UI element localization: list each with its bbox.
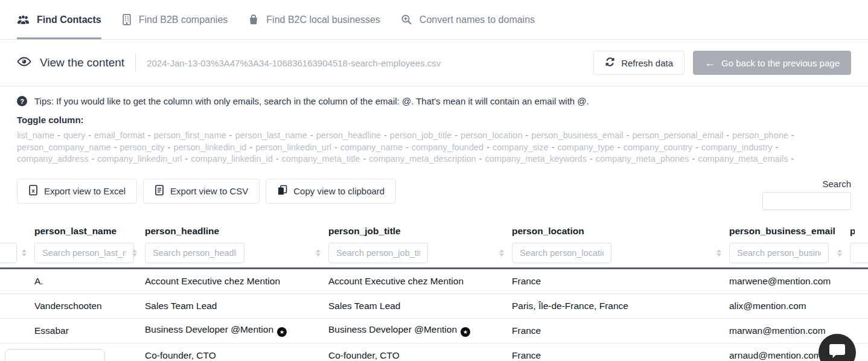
cell-person_job_title: Account Executive chez Mention [328, 276, 512, 287]
toggle-separator: - [363, 154, 366, 164]
cell-person_last_name: A. [34, 276, 145, 287]
tab-label: Find Contacts [37, 14, 101, 25]
toggle-column-company_industry[interactable]: company_industry [701, 142, 773, 152]
toggle-separator: - [168, 142, 171, 152]
column-search-input-person_business_email[interactable] [729, 243, 829, 263]
bottom-left-partial-input[interactable] [5, 349, 105, 361]
tab-find-contacts[interactable]: Find Contacts [17, 0, 101, 39]
divider [135, 54, 136, 72]
toggle-column-person_business_email[interactable]: person_business_email [531, 130, 623, 140]
column-search-input-person_headline[interactable] [145, 243, 244, 263]
toggle-column-person_city[interactable]: person_city [120, 142, 164, 152]
toggle-column-person_job_title[interactable]: person_job_title [390, 130, 452, 140]
toggle-column-company_type[interactable]: company_type [558, 142, 614, 152]
toggle-column-person_location[interactable]: person_location [461, 130, 522, 140]
export-group: x Export view to Excel Export view to CS… [17, 179, 396, 203]
export-excel-button[interactable]: x Export view to Excel [17, 179, 137, 203]
column-partial-right: person_personal_email [850, 226, 868, 263]
column-title-person_location[interactable]: person_location [512, 226, 729, 238]
toggle-column-person_personal_email[interactable]: person_personal_email [633, 130, 724, 140]
sort-caret-icon[interactable] [499, 249, 504, 257]
column-header-person_business_email: person_business_email [729, 226, 850, 263]
table-header: person_last_nameperson_headlineperson_jo… [0, 226, 868, 263]
toggle-column-company_meta_emails[interactable]: company_meta_emails [698, 154, 788, 164]
column-search-input-person_job_title[interactable] [328, 243, 428, 263]
column-partial-left [0, 226, 34, 263]
toggle-separator: - [791, 154, 794, 164]
toggle-column-person_phone[interactable]: person_phone [732, 130, 788, 140]
toggle-column-person_linkedin_url[interactable]: person_linkedin_url [255, 142, 331, 152]
toggle-separator: - [692, 154, 695, 164]
cell-person_business_email: alix@mention.com [729, 301, 850, 311]
go-back-button[interactable]: ← Go back to the previous page [693, 51, 851, 75]
sort-caret-icon[interactable] [132, 249, 137, 257]
toggle-column-company_country[interactable]: company_country [624, 142, 692, 152]
toggle-column-email_format[interactable]: email_format [94, 130, 145, 140]
sort-caret-icon[interactable] [716, 249, 721, 257]
column-title-person_headline[interactable]: person_headline [145, 226, 328, 238]
toggle-column-person_first_name[interactable]: person_first_name [154, 130, 226, 140]
table-row: Co-founder, CTOCo-founder, CTOFrancearna… [0, 343, 868, 361]
toggle-column-company_meta_phones[interactable]: company_meta_phones [596, 154, 689, 164]
sort-caret-icon[interactable] [837, 249, 842, 257]
toggle-column-company_linkedin_url[interactable]: company_linkedin_url [97, 154, 182, 164]
go-back-label: Go back to the previous page [721, 58, 840, 68]
export-csv-label: Export view to CSV [170, 186, 248, 196]
toggle-column-company_meta_keywords[interactable]: company_meta_keywords [485, 154, 586, 164]
svg-text:x: x [31, 187, 34, 193]
toggle-separator: - [406, 142, 409, 152]
search-label: Search [822, 179, 851, 189]
actions-row: x Export view to Excel Export view to CS… [0, 179, 868, 210]
csv-filename: 2024-Jan-13-03%3A47%3A34-106836163904518… [147, 58, 441, 68]
sort-caret-icon[interactable] [22, 249, 27, 257]
cell-person_last_name: Vanderschooten [34, 301, 145, 311]
toggle-separator: - [617, 142, 621, 152]
toggle-column-label: Toggle column: [0, 106, 868, 125]
column-title-person_business_email[interactable]: person_business_email [729, 226, 850, 238]
excel-file-icon: x [28, 185, 38, 197]
toggle-separator: - [776, 142, 779, 152]
column-search-input-person_last_name[interactable] [34, 243, 134, 263]
toggle-separator: - [229, 130, 232, 140]
copy-icon [277, 185, 287, 197]
refresh-icon [605, 57, 615, 69]
column-title-person_personal_email[interactable]: person_personal_email [850, 226, 855, 238]
toggle-column-list: list_name-query-email_format-person_firs… [0, 125, 868, 165]
toggle-column-company_linkedin_id[interactable]: company_linkedin_id [191, 154, 272, 164]
tab-find-b2b-companies[interactable]: Find B2B companies [122, 0, 228, 39]
tab-convert-names-to-domains[interactable]: Convert names to domains [401, 0, 535, 39]
toggle-column-company_meta_description[interactable]: company_meta_description [369, 154, 476, 164]
global-search-input[interactable] [762, 192, 851, 210]
toggle-separator: - [627, 130, 630, 140]
column-title-person_job_title[interactable]: person_job_title [328, 226, 512, 238]
toggle-column-company_address[interactable]: company_address [17, 154, 89, 164]
toggle-column-person_last_name[interactable]: person_last_name [235, 130, 307, 140]
cell-person_location: France [512, 276, 729, 287]
shopping-bag-icon [248, 14, 259, 25]
question-circle-icon: ? [17, 96, 27, 106]
toggle-separator: - [88, 130, 91, 140]
toggle-column-company_name[interactable]: company_name [340, 142, 403, 152]
toggle-column-person_company_name[interactable]: person_company_name [17, 142, 111, 152]
toggle-column-person_headline[interactable]: person_headline [316, 130, 381, 140]
column-search-input-fragment[interactable] [0, 243, 17, 263]
copy-clipboard-button[interactable]: Copy view to clipboard [266, 179, 396, 203]
toggle-separator: - [384, 130, 387, 140]
toggle-column-person_linkedin_id[interactable]: person_linkedin_id [173, 142, 246, 152]
column-search-input-person_location[interactable] [512, 243, 611, 263]
toggle-separator: - [487, 142, 490, 152]
sort-caret-icon[interactable] [316, 249, 321, 257]
star-circle-icon: ★ [277, 327, 287, 337]
column-title-person_last_name[interactable]: person_last_name [34, 226, 145, 238]
toggle-column-company_meta_title[interactable]: company_meta_title [282, 154, 360, 164]
toggle-column-company_founded[interactable]: company_founded [412, 142, 483, 152]
tab-find-b2c-local-businesses[interactable]: Find B2C local businesses [248, 0, 380, 39]
cell-person_business_email: marwene@mention.com [729, 276, 850, 287]
export-csv-button[interactable]: Export view to CSV [143, 179, 260, 203]
column-header-person_location: person_location [512, 226, 729, 263]
toggle-column-list_name[interactable]: list_name [17, 130, 54, 140]
toggle-column-query[interactable]: query [63, 130, 85, 140]
refresh-data-button[interactable]: Refresh data [593, 51, 685, 75]
column-search-input-person_personal_email[interactable] [850, 243, 868, 263]
toggle-column-company_size[interactable]: company_size [493, 142, 549, 152]
